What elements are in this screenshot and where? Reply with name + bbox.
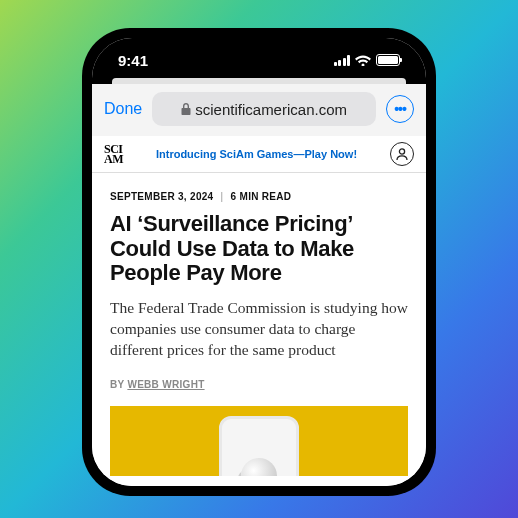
phone-frame: 9:41 Done scientificamerican.com ••• SCI… bbox=[82, 28, 436, 496]
article-body: SEPTEMBER 3, 2024 | 6 MIN READ AI ‘Surve… bbox=[92, 173, 426, 486]
article-headline: AI ‘Surveillance Pricing’ Could Use Data… bbox=[110, 212, 408, 286]
url-text: scientificamerican.com bbox=[195, 101, 347, 118]
hero-image bbox=[110, 406, 408, 476]
by-prefix: BY bbox=[110, 379, 127, 390]
wifi-icon bbox=[355, 54, 371, 66]
address-bar[interactable]: scientificamerican.com bbox=[152, 92, 376, 126]
battery-icon bbox=[376, 54, 400, 66]
article-byline: BY WEBB WRIGHT bbox=[110, 379, 408, 390]
status-time: 9:41 bbox=[118, 52, 148, 69]
cellular-icon bbox=[334, 55, 351, 66]
account-button[interactable] bbox=[390, 142, 414, 166]
article-dek: The Federal Trade Commission is studying… bbox=[110, 298, 408, 361]
svg-point-0 bbox=[399, 149, 404, 154]
dynamic-island bbox=[204, 48, 314, 76]
read-time: 6 MIN READ bbox=[231, 191, 292, 202]
status-right bbox=[334, 54, 401, 66]
author-link[interactable]: WEBB WRIGHT bbox=[127, 379, 204, 390]
lock-icon bbox=[181, 103, 191, 115]
person-icon bbox=[395, 147, 409, 161]
article-date: SEPTEMBER 3, 2024 bbox=[110, 191, 213, 202]
site-logo[interactable]: SCI AM bbox=[104, 144, 123, 164]
done-button[interactable]: Done bbox=[104, 100, 142, 118]
screen: 9:41 Done scientificamerican.com ••• SCI… bbox=[92, 38, 426, 486]
article-meta: SEPTEMBER 3, 2024 | 6 MIN READ bbox=[110, 191, 408, 202]
promo-link[interactable]: Introducing SciAm Games—Play Now! bbox=[133, 148, 380, 160]
meta-separator: | bbox=[221, 191, 224, 202]
page-actions-button[interactable]: ••• bbox=[386, 95, 414, 123]
site-top-banner: SCI AM Introducing SciAm Games—Play Now! bbox=[92, 136, 426, 173]
hero-illustration bbox=[219, 416, 299, 476]
safari-toolbar: Done scientificamerican.com ••• bbox=[92, 84, 426, 136]
